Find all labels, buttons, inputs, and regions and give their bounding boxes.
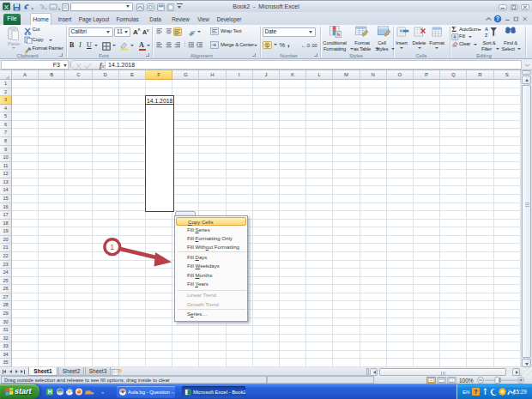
svg-text:A: A: [485, 27, 488, 32]
svg-text:?: ?: [475, 389, 478, 395]
svg-text:←.0: ←.0: [301, 42, 310, 47]
svg-text:H: H: [48, 389, 52, 395]
svg-text:1: 1: [110, 243, 114, 251]
svg-text:ab: ab: [188, 29, 196, 36]
svg-text:fs: fs: [336, 33, 340, 37]
svg-text:Z: Z: [485, 33, 488, 38]
svg-text:X: X: [187, 390, 190, 395]
svg-text:?: ?: [496, 15, 499, 21]
svg-text:X: X: [4, 3, 9, 11]
svg-text:$: $: [266, 43, 269, 48]
